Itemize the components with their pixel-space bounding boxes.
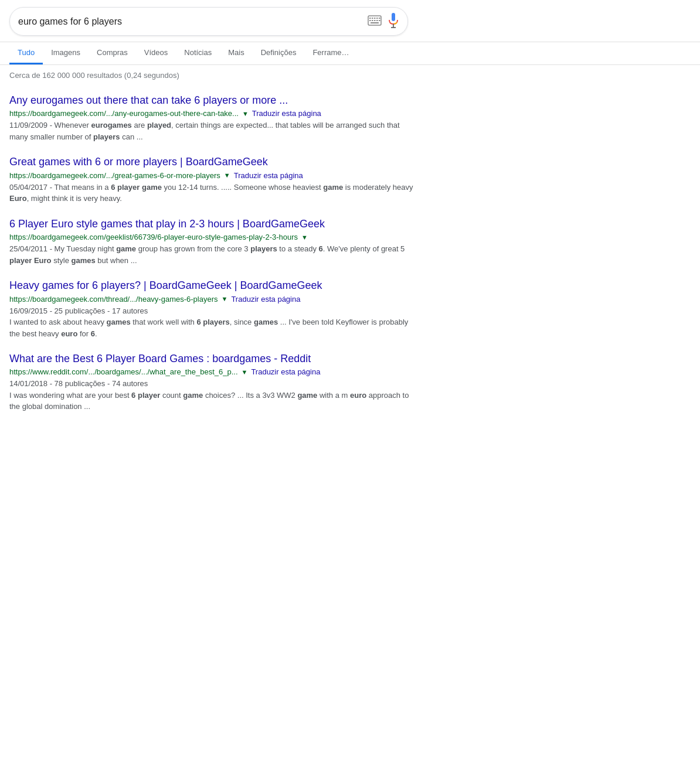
svg-rect-2 (372, 18, 373, 19)
result-dropdown-arrow[interactable]: ▼ (301, 234, 308, 241)
result-url: https://boardgamegeek.com/.../any-euroga… (9, 109, 239, 118)
svg-rect-9 (376, 20, 378, 21)
results-list: Any eurogames out there that can take 6 … (0, 83, 700, 415)
results-info: Cerca de 162 000 000 resultados (0,24 se… (0, 65, 700, 83)
search-input[interactable] (18, 16, 368, 27)
result-url: https://boardgamegeek.com/geeklist/66739… (9, 233, 298, 241)
svg-rect-8 (374, 20, 376, 21)
result-dropdown-arrow[interactable]: ▼ (242, 369, 248, 376)
svg-rect-5 (379, 18, 380, 19)
result-snippet: 11/09/2009 - Whenever eurogames are play… (9, 120, 420, 142)
result-url-line: https://boardgamegeek.com/thread/.../hea… (9, 295, 420, 304)
result-item: 6 Player Euro style games that play in 2… (9, 207, 420, 268)
svg-rect-6 (369, 20, 371, 21)
search-bar (9, 7, 408, 36)
result-title[interactable]: What are the Best 6 Player Board Games :… (9, 352, 420, 366)
result-dropdown-arrow[interactable]: ▼ (224, 172, 230, 179)
result-dropdown-arrow[interactable]: ▼ (222, 295, 228, 302)
result-url: https://boardgamegeek.com/.../great-game… (9, 171, 220, 180)
result-snippet: 25/04/2011 - My Tuesday night game group… (9, 243, 420, 266)
result-title[interactable]: Great games with 6 or more players | Boa… (9, 155, 420, 169)
tab-tudo[interactable]: Tudo (9, 42, 43, 64)
result-snippet: 16/09/2015 - 25 publicações - 17 autores… (9, 305, 420, 340)
result-title[interactable]: Heavy games for 6 players? | BoardGameGe… (9, 279, 420, 292)
tab-mais[interactable]: Mais (220, 42, 252, 64)
result-item: Any eurogames out there that can take 6 … (9, 83, 420, 145)
result-item: Great games with 6 or more players | Boa… (9, 145, 420, 206)
result-title[interactable]: Any eurogames out there that can take 6 … (9, 94, 420, 107)
search-icons (368, 12, 399, 30)
result-item: What are the Best 6 Player Board Games :… (9, 342, 420, 415)
svg-rect-1 (369, 18, 371, 19)
tabs-bar: Tudo Imagens Compras Vídeos Notícias Mai… (0, 42, 700, 65)
result-url-line: https://boardgamegeek.com/.../any-euroga… (9, 109, 420, 118)
result-snippet: 14/01/2018 - 78 publicações - 74 autores… (9, 378, 420, 413)
result-url: https://www.reddit.com/.../boardgames/..… (9, 367, 238, 376)
tab-definicoes[interactable]: Definições (253, 42, 305, 64)
result-translate-link[interactable]: Traduzir esta página (251, 367, 320, 376)
result-url-line: https://boardgamegeek.com/geeklist/66739… (9, 233, 420, 241)
svg-rect-11 (371, 22, 379, 23)
keyboard-icon[interactable] (368, 15, 382, 28)
tab-compras[interactable]: Compras (89, 42, 136, 64)
result-translate-link[interactable]: Traduzir esta página (231, 295, 300, 304)
tab-noticias[interactable]: Notícias (176, 42, 220, 64)
mic-icon[interactable] (388, 12, 399, 30)
svg-rect-7 (372, 20, 373, 21)
tab-imagens[interactable]: Imagens (43, 42, 89, 64)
result-url-line: https://www.reddit.com/.../boardgames/..… (9, 367, 420, 376)
result-translate-link[interactable]: Traduzir esta página (234, 171, 303, 180)
result-title[interactable]: 6 Player Euro style games that play in 2… (9, 217, 420, 231)
result-item: Heavy games for 6 players? | BoardGameGe… (9, 268, 420, 342)
result-url: https://boardgamegeek.com/thread/.../hea… (9, 295, 218, 304)
tab-videos[interactable]: Vídeos (136, 42, 176, 64)
search-bar-wrapper (0, 0, 700, 42)
svg-rect-3 (374, 18, 376, 19)
tab-ferramentas[interactable]: Ferrame… (304, 42, 357, 64)
svg-rect-12 (392, 13, 395, 21)
result-translate-link[interactable]: Traduzir esta página (252, 109, 321, 118)
result-dropdown-arrow[interactable]: ▼ (242, 110, 249, 117)
result-url-line: https://boardgamegeek.com/.../great-game… (9, 171, 420, 180)
svg-rect-10 (379, 20, 380, 21)
svg-rect-4 (376, 18, 378, 19)
result-snippet: 05/04/2017 - That means in a 6 player ga… (9, 182, 420, 204)
